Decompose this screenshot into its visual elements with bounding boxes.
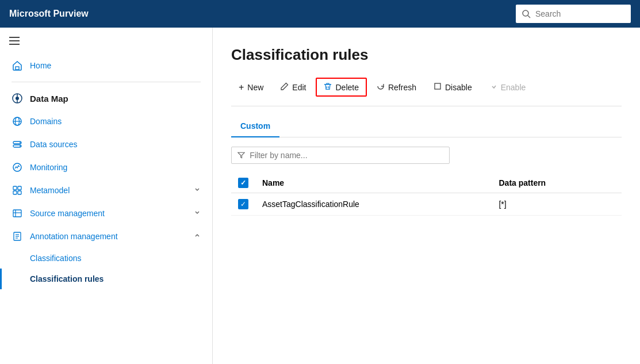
header-checkbox-col: ✓ [231, 173, 255, 193]
filter-icon [237, 151, 245, 159]
sourcemanagement-chevron-icon [194, 209, 201, 218]
new-label: New [247, 83, 263, 92]
search-icon [522, 9, 531, 18]
svg-rect-18 [18, 191, 21, 194]
toolbar: + New Edit Delete Refresh [231, 78, 622, 106]
header-data-pattern: Data pattern [492, 173, 622, 193]
table-container: ✓ Name Data pattern ✓ [231, 173, 622, 364]
refresh-label: Refresh [388, 83, 416, 92]
filter-input-box[interactable] [231, 147, 450, 164]
sidebar-item-classificationrules[interactable]: Classification rules [0, 269, 212, 289]
row-name-cell: AssetTagClassificationRule [255, 193, 492, 216]
disable-button[interactable]: Disable [426, 78, 480, 96]
topbar: Microsoft Purview [0, 0, 640, 28]
enable-icon [489, 82, 497, 92]
edit-icon [281, 82, 289, 92]
table-body: ✓ AssetTagClassificationRule [*] [231, 193, 622, 216]
svg-rect-16 [18, 186, 21, 190]
main-layout: Home Data Map Domains Data sources [0, 28, 640, 364]
svg-rect-26 [324, 84, 331, 85]
new-button[interactable]: + New [231, 78, 271, 97]
classification-rules-table: ✓ Name Data pattern ✓ [231, 173, 622, 216]
sidebar-label-domains: Domains [30, 117, 201, 126]
svg-rect-29 [435, 83, 440, 89]
datasources-icon [12, 139, 23, 150]
filter-input[interactable] [250, 151, 443, 160]
metamodel-chevron-icon [194, 186, 201, 195]
content-area: Classification rules + New Edit Delete [213, 28, 640, 364]
sidebar-item-domains[interactable]: Domains [0, 110, 212, 133]
sidebar-item-datasources[interactable]: Data sources [0, 133, 212, 156]
domains-icon [12, 116, 23, 127]
sidebar-divider [12, 82, 201, 82]
sidebar-nav: Home Data Map Domains Data sources [0, 49, 212, 294]
tab-custom[interactable]: Custom [231, 116, 279, 137]
edit-label: Edit [292, 83, 306, 92]
enable-button[interactable]: Enable [482, 78, 534, 96]
datamap-icon [12, 93, 23, 104]
metamodel-icon [12, 185, 23, 196]
filter-row [231, 147, 622, 164]
sidebar-item-datamap[interactable]: Data Map [0, 87, 212, 110]
delete-label: Delete [335, 83, 358, 92]
svg-rect-2 [16, 67, 19, 70]
sidebar-label-datamap: Data Map [30, 94, 201, 104]
row-checkbox[interactable]: ✓ [238, 199, 248, 209]
plus-icon: + [239, 82, 244, 93]
tab-custom-label: Custom [240, 121, 270, 131]
sidebar-label-classificationrules: Classification rules [30, 274, 201, 283]
sidebar-item-metamodel[interactable]: Metamodel [0, 179, 212, 202]
sidebar-item-sourcemanagement[interactable]: Source management [0, 202, 212, 225]
trash-icon [324, 82, 332, 92]
table-header: ✓ Name Data pattern [231, 173, 622, 193]
sidebar-item-annotationmanagement[interactable]: Annotation management [0, 225, 212, 248]
row-checkbox-cell[interactable]: ✓ [231, 193, 255, 216]
refresh-icon [377, 82, 385, 92]
tabs: Custom [231, 116, 622, 137]
edit-button[interactable]: Edit [273, 78, 313, 96]
search-input[interactable] [535, 9, 625, 18]
monitoring-icon [12, 162, 23, 173]
svg-point-0 [523, 10, 528, 16]
sidebar-label-metamodel: Metamodel [30, 186, 187, 195]
sourcemanagement-icon [12, 208, 23, 219]
disable-label: Disable [445, 83, 472, 92]
page-title: Classification rules [231, 46, 622, 64]
sidebar-label-sourcemanagement: Source management [30, 209, 187, 218]
app-title: Microsoft Purview [9, 9, 516, 19]
svg-rect-15 [13, 186, 17, 190]
sidebar-item-classifications[interactable]: Classifications [0, 248, 212, 269]
header-checkbox[interactable]: ✓ [238, 178, 248, 188]
svg-line-1 [528, 16, 530, 18]
svg-rect-19 [13, 210, 21, 217]
annotationmanagement-chevron-icon [194, 232, 201, 241]
svg-point-13 [20, 145, 21, 147]
sidebar-label-datasources: Data sources [30, 140, 201, 149]
row-datapattern-cell: [*] [492, 193, 622, 216]
svg-point-4 [16, 97, 19, 100]
delete-button[interactable]: Delete [316, 78, 366, 97]
sidebar-label-home: Home [30, 61, 201, 70]
sidebar: Home Data Map Domains Data sources [0, 28, 213, 364]
annotationmanagement-icon [12, 231, 23, 242]
enable-label: Enable [501, 83, 526, 92]
sidebar-label-annotationmanagement: Annotation management [30, 232, 187, 241]
search-box[interactable] [516, 5, 631, 23]
hamburger-icon [9, 37, 203, 45]
hamburger-button[interactable] [0, 28, 212, 49]
disable-icon [434, 82, 442, 92]
refresh-button[interactable]: Refresh [369, 78, 424, 96]
svg-point-12 [20, 142, 21, 143]
sidebar-label-monitoring: Monitoring [30, 163, 201, 172]
table-row[interactable]: ✓ AssetTagClassificationRule [*] [231, 193, 622, 216]
annotation-submenu: Classifications Classification rules [0, 248, 212, 289]
sidebar-item-monitoring[interactable]: Monitoring [0, 156, 212, 179]
svg-rect-17 [13, 191, 17, 194]
home-icon [12, 60, 23, 71]
header-name: Name [255, 173, 492, 193]
sidebar-item-home[interactable]: Home [0, 54, 212, 77]
sidebar-label-classifications: Classifications [30, 254, 201, 263]
